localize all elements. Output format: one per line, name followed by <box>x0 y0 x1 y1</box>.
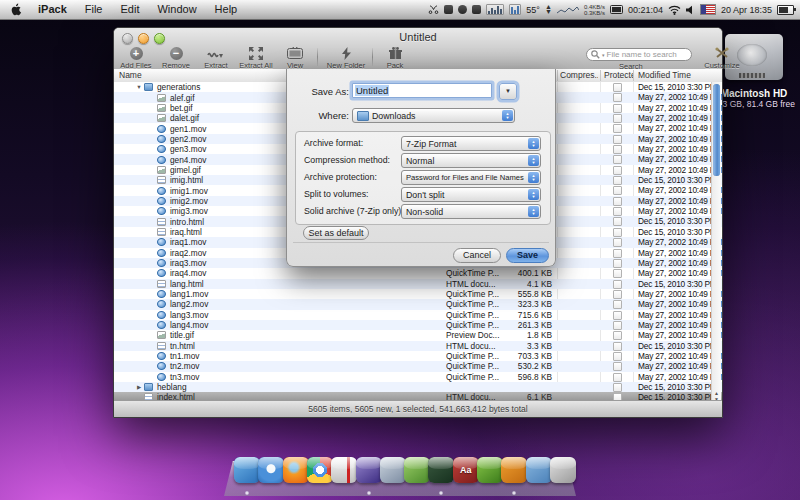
disclosure-triangle-icon[interactable]: ▶ <box>134 384 144 390</box>
table-row[interactable]: lang1.movQuickTime P...555.8 KBMay 27, 2… <box>114 289 722 299</box>
table-row[interactable]: lang4.movQuickTime P...261.3 KBMay 27, 2… <box>114 320 722 330</box>
protected-checkbox[interactable] <box>613 176 622 185</box>
split-volumes-popup[interactable]: Don't split▲▼ <box>401 187 541 202</box>
where-popup[interactable]: Downloads ▲▼ <box>352 108 515 123</box>
protected-checkbox[interactable] <box>613 269 622 278</box>
column-header-compressed[interactable]: Compres... <box>560 69 598 82</box>
memory-monitor-icon[interactable] <box>509 4 521 15</box>
extract-all-button[interactable]: Extract All <box>234 46 278 70</box>
protected-checkbox[interactable] <box>613 186 622 195</box>
dock-item-downloads-folder[interactable] <box>526 457 552 483</box>
protected-checkbox[interactable] <box>613 331 622 340</box>
dock-item-chrome[interactable] <box>307 457 333 483</box>
table-row[interactable]: lang.htmlHTML docu...4.1 KBDec 15, 2010 … <box>114 279 722 289</box>
status-app-icon[interactable] <box>458 5 467 14</box>
input-language-flag-icon[interactable] <box>700 4 716 15</box>
protected-checkbox[interactable] <box>613 93 622 102</box>
table-row[interactable]: lang2.movQuickTime P...323.3 KBMay 27, 2… <box>114 299 722 309</box>
display-icon[interactable] <box>610 5 623 15</box>
protected-checkbox[interactable] <box>613 217 622 226</box>
dock-item-xcode[interactable] <box>380 457 406 483</box>
menu-item-window[interactable]: Window <box>148 0 205 19</box>
solid-archive-popup[interactable]: Non-solid▲▼ <box>401 204 541 219</box>
compression-method-popup[interactable]: Normal▲▼ <box>401 153 541 168</box>
dock-item-creature-app[interactable] <box>477 457 503 483</box>
menu-item-edit[interactable]: Edit <box>111 0 148 19</box>
archive-protection-popup[interactable]: Password for Files and File Names▲▼ <box>401 170 541 185</box>
protected-checkbox[interactable] <box>613 114 622 123</box>
menu-item-app[interactable]: iPack <box>29 0 76 19</box>
scissors-icon[interactable] <box>428 4 439 15</box>
wifi-icon[interactable] <box>668 5 681 15</box>
table-row[interactable]: lang3.movQuickTime P...715.6 KBMay 27, 2… <box>114 310 722 320</box>
extract-button[interactable]: Extract <box>196 46 236 70</box>
save-button[interactable]: Save <box>506 248 549 263</box>
customize-button[interactable]: Customize <box>700 46 744 70</box>
save-as-field[interactable]: Untitled <box>352 83 492 98</box>
dock-item-media-app[interactable] <box>331 457 357 483</box>
protected-checkbox[interactable] <box>613 249 622 258</box>
protected-checkbox[interactable] <box>613 280 622 289</box>
volume-icon[interactable] <box>686 5 695 15</box>
protected-checkbox[interactable] <box>613 155 622 164</box>
table-row[interactable]: title.gifPreview Doc...1.8 KBMay 27, 200… <box>114 330 722 340</box>
uptime-clock-readout[interactable]: 00:21:04 <box>628 5 663 15</box>
table-row[interactable]: ▶heblangDec 15, 2010 3:30 PM <box>114 382 722 392</box>
network-graph-icon[interactable] <box>557 5 579 15</box>
add-files-button[interactable]: + Add Files <box>116 46 156 70</box>
dock-item-terminal[interactable] <box>428 457 454 483</box>
protected-checkbox[interactable] <box>613 342 622 351</box>
dock-item-firefox[interactable] <box>283 457 309 483</box>
remove-button[interactable]: − Remove <box>156 46 196 70</box>
dock-item-orange-character[interactable] <box>501 457 527 483</box>
cancel-button[interactable]: Cancel <box>453 248 501 263</box>
protected-checkbox[interactable] <box>613 352 622 361</box>
menu-item-help[interactable]: Help <box>206 0 247 19</box>
protected-checkbox[interactable] <box>613 238 622 247</box>
protected-checkbox[interactable] <box>613 83 622 92</box>
view-button[interactable]: View <box>278 46 312 70</box>
set-as-default-button[interactable]: Set as default <box>303 226 369 240</box>
dock-item-safari[interactable] <box>258 457 284 483</box>
table-row[interactable]: tn2.movQuickTime P...530.2 KBMay 27, 200… <box>114 361 722 371</box>
protected-checkbox[interactable] <box>613 362 622 371</box>
disclosure-triangle-icon[interactable]: ▼ <box>134 84 144 90</box>
protected-checkbox[interactable] <box>613 135 622 144</box>
table-row[interactable]: tn3.movQuickTime P...596.8 KBMay 27, 200… <box>114 372 722 382</box>
dock-item-green-utility[interactable] <box>404 457 430 483</box>
battery-icon[interactable] <box>777 5 794 15</box>
protected-checkbox[interactable] <box>613 145 622 154</box>
save-as-expand-button[interactable]: ▼ <box>499 83 517 100</box>
search-input[interactable]: ▾ File name to search <box>586 48 692 61</box>
table-row[interactable]: tn1.movQuickTime P...703.3 KBMay 27, 200… <box>114 351 722 361</box>
scrollbar-thumb[interactable] <box>713 84 720 176</box>
dock-item-web-globe[interactable] <box>356 457 382 483</box>
menu-item-file[interactable]: File <box>76 0 112 19</box>
dock-item-finder[interactable] <box>234 457 260 483</box>
status-app-icon[interactable] <box>472 5 481 14</box>
status-app-icon[interactable] <box>444 5 453 14</box>
column-header-modified[interactable]: Modified Time <box>638 69 714 82</box>
protected-checkbox[interactable] <box>613 207 622 216</box>
dock-item-trash[interactable] <box>550 457 576 483</box>
cpu-monitor-icon[interactable] <box>486 4 504 15</box>
column-header-name[interactable]: Name <box>119 69 142 82</box>
protected-checkbox[interactable] <box>613 104 622 113</box>
apple-menu-icon[interactable] <box>10 3 23 16</box>
temperature-readout[interactable]: 55° <box>526 5 540 15</box>
new-folder-button[interactable]: New Folder <box>322 46 370 70</box>
dock-item-dictionary[interactable]: Aa <box>453 457 479 483</box>
protected-checkbox[interactable] <box>613 290 622 299</box>
archive-format-popup[interactable]: 7-Zip Format▲▼ <box>401 136 541 151</box>
protected-checkbox[interactable] <box>613 373 622 382</box>
column-header-protected[interactable]: Protected <box>604 69 634 82</box>
protected-checkbox[interactable] <box>613 228 622 237</box>
menubar-clock[interactable]: 20 Apr 18:35 <box>721 5 772 15</box>
protected-checkbox[interactable] <box>613 259 622 268</box>
protected-checkbox[interactable] <box>613 300 622 309</box>
protected-checkbox[interactable] <box>613 124 622 133</box>
protected-checkbox[interactable] <box>613 166 622 175</box>
vertical-scrollbar[interactable]: ▲▼ <box>711 82 721 403</box>
network-speed-readout[interactable]: 0.4KB/s0.3KB/s <box>584 4 605 16</box>
table-row[interactable]: iraq4.movQuickTime P...400.1 KBMay 27, 2… <box>114 268 722 278</box>
